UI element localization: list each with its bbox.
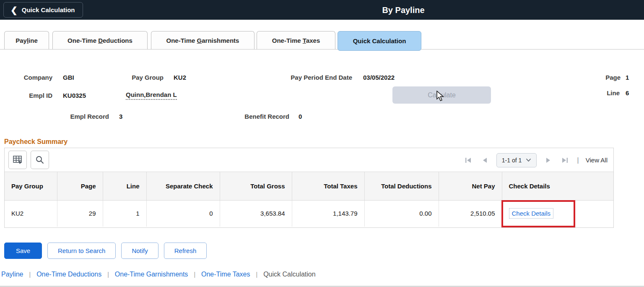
footer-link-one-time-taxes[interactable]: One-Time Taxes [201,271,250,278]
tab-label: Quick Calculation [353,37,406,44]
table-row: KU2 29 1 0 3,653.84 1,143.79 0.00 2,510.… [5,200,613,227]
paycheck-summary-title: Paycheck Summary [4,138,68,146]
cell-line: 1 [103,200,146,227]
page-value: 1 [626,74,629,81]
col-header-line: Line [103,172,146,200]
row-range-selector[interactable]: 1-1 of 1 [496,153,537,167]
grid-table-icon [13,155,23,165]
footer-link-separator: | [29,271,31,278]
grid-pagination: 1-1 of 1 | View All [463,148,608,172]
tab-label: One-Time Taxes [272,37,320,44]
tab-label: One-Time Garnishments [166,37,239,44]
calculate-button[interactable]: Calculate [392,86,491,104]
next-page-button[interactable] [543,155,553,166]
by-payline-page: ❮ Quick Calculation By Payline Payline O… [0,0,644,287]
company-label: Company [24,74,52,81]
footer-link-separator: | [256,271,258,278]
tab-payline[interactable]: Payline [4,31,49,49]
action-button-row: Save Return to Search Notify Refresh [4,243,207,259]
last-page-icon [561,157,569,164]
benefit-record-label: Benefit Record [244,113,289,120]
footer-link-one-time-garnishments[interactable]: One-Time Garnishments [115,271,188,278]
pagination-divider: | [576,156,579,164]
page-title: By Payline [382,5,424,15]
tab-bar: Payline One-Time Deductions One-Time Gar… [0,31,644,50]
return-to-search-button[interactable]: Return to Search [47,243,116,259]
cell-pay-group: KU2 [5,200,57,227]
col-header-total-deductions: Total Deductions [364,172,439,200]
cell-total-deductions: 0.00 [364,200,439,227]
grid-action-menu-button[interactable] [8,151,27,169]
empl-record-value: 3 [119,113,122,120]
cell-page: 29 [57,200,103,227]
footer-link-payline[interactable]: Payline [1,271,23,278]
col-header-pay-group: Pay Group [5,172,57,200]
col-header-total-gross: Total Gross [220,172,292,200]
tab-label: One-Time Deductions [68,37,132,44]
pay-period-end-date-label: Pay Period End Date [291,74,352,81]
company-value: GBI [63,74,74,81]
search-icon [35,155,44,164]
grid-search-button[interactable] [31,151,49,169]
col-header-total-taxes: Total Taxes [292,172,364,200]
tab-one-time-taxes[interactable]: One-Time Taxes [257,31,335,49]
pay-group-label: Pay Group [132,74,164,81]
last-page-button[interactable] [559,155,570,166]
previous-page-icon [482,157,488,164]
empl-record-label: Empl Record [70,113,109,120]
check-details-link[interactable]: Check Details [509,208,554,219]
footer-link-separator: | [194,271,195,278]
pay-period-end-date-value: 03/05/2022 [363,74,395,81]
col-header-check-details: Check Details [502,172,613,200]
cell-total-taxes: 1,143.79 [292,200,364,227]
paycheck-summary-grid: 1-1 of 1 | View All [4,148,614,228]
benefit-record-value: 0 [299,113,302,120]
tab-one-time-deductions[interactable]: One-Time Deductions [52,31,148,49]
cell-net-pay: 2,510.05 [439,200,502,227]
empl-id-label: Empl ID [29,92,52,99]
row-range-label: 1-1 of 1 [502,157,522,164]
employee-name-link[interactable]: Quinn,Brendan L [126,91,177,100]
page-label: Page [605,74,621,81]
related-links-row: Payline | One-Time Deductions | One-Time… [1,271,316,278]
tab-label: Payline [16,37,38,44]
col-header-page: Page [57,172,103,200]
chevron-left-icon: ❮ [10,6,18,14]
back-button[interactable]: ❮ Quick Calculation [3,2,83,18]
footer-current-page: Quick Calculation [263,271,316,278]
view-all-link[interactable]: View All [586,157,608,164]
col-header-net-pay: Net Pay [439,172,502,200]
grid-toolbar: 1-1 of 1 | View All [5,148,613,172]
tab-quick-calculation[interactable]: Quick Calculation [338,31,421,51]
next-page-icon [545,157,551,164]
col-header-separate-check: Separate Check [146,172,220,200]
chevron-down-icon [526,158,531,162]
back-button-label: Quick Calculation [22,6,75,13]
footer-link-separator: | [107,271,109,278]
save-button[interactable]: Save [4,243,42,259]
notify-button[interactable]: Notify [121,243,158,259]
top-navigation-bar: ❮ Quick Calculation By Payline [0,0,644,20]
pay-group-value: KU2 [174,74,186,81]
cell-separate-check: 0 [146,200,220,227]
paycheck-summary-table: Pay Group Page Line Separate Check Total… [5,172,613,227]
cell-total-gross: 3,653.84 [220,200,292,227]
table-header-row: Pay Group Page Line Separate Check Total… [5,172,613,200]
first-page-icon [465,157,472,164]
footer-link-one-time-deductions[interactable]: One-Time Deductions [36,271,101,278]
line-label: Line [607,89,620,97]
refresh-button[interactable]: Refresh [164,243,207,259]
previous-page-button[interactable] [480,155,491,166]
tab-one-time-garnishments[interactable]: One-Time Garnishments [151,31,254,49]
empl-id-value: KU0325 [63,92,86,99]
first-page-button[interactable] [463,155,474,166]
line-value: 6 [626,89,629,97]
